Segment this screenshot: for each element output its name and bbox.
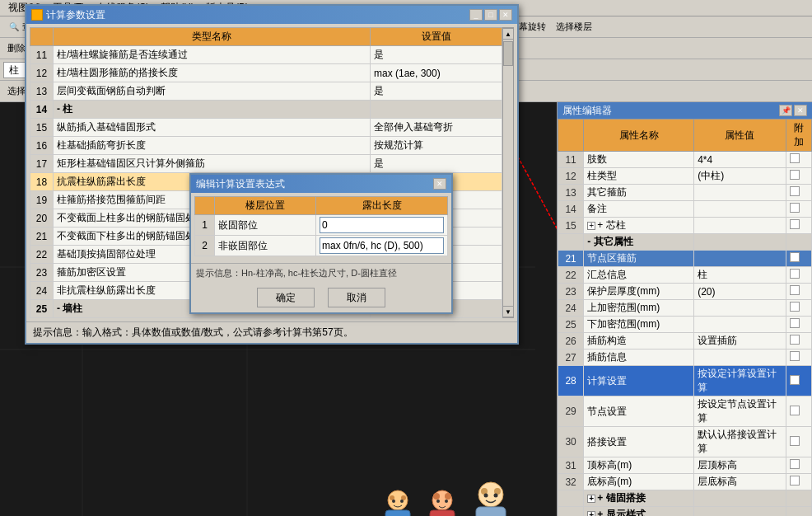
prop-row-extra[interactable] xyxy=(786,168,811,185)
prop-checkbox[interactable] xyxy=(790,375,800,385)
expr-dialog-close[interactable]: ✕ xyxy=(433,178,446,190)
prop-row-extra[interactable] xyxy=(786,234,811,251)
property-row[interactable]: 23保护层厚度(mm)(20) xyxy=(558,284,812,300)
col-num-header xyxy=(558,120,584,152)
panel-pin-btn[interactable]: 📌 xyxy=(779,105,792,116)
svg-point-22 xyxy=(478,482,503,507)
property-row[interactable]: 22汇总信息柱 xyxy=(558,267,812,284)
expr-dialog-buttons: 确定 取消 xyxy=(191,283,451,312)
property-row[interactable]: 11肢数4*4 xyxy=(558,152,812,168)
prop-row-extra[interactable] xyxy=(786,152,811,168)
expr-row[interactable]: 2非嵌固部位 xyxy=(195,236,448,256)
calc-dialog-close[interactable]: ✕ xyxy=(499,9,512,21)
prop-checkbox[interactable] xyxy=(790,351,800,361)
expr-value-input[interactable] xyxy=(320,237,444,254)
prop-checkbox[interactable] xyxy=(790,186,800,196)
property-row[interactable]: ++ 锚固搭接 xyxy=(558,490,812,507)
prop-checkbox[interactable] xyxy=(790,153,800,163)
prop-row-value[interactable]: 按设定计算设置计算 xyxy=(694,366,786,396)
prop-checkbox[interactable] xyxy=(790,459,800,469)
expr-cancel-btn[interactable]: 取消 xyxy=(328,288,385,307)
prop-checkbox[interactable] xyxy=(790,406,800,415)
property-row[interactable]: 21节点区箍筋 xyxy=(558,251,812,267)
prop-row-extra[interactable] xyxy=(786,317,811,333)
prop-checkbox[interactable] xyxy=(790,285,800,295)
property-row[interactable]: 13其它箍筋 xyxy=(558,185,812,201)
svg-rect-11 xyxy=(385,510,410,516)
prop-row-extra[interactable] xyxy=(786,366,811,396)
prop-checkbox[interactable] xyxy=(790,318,800,328)
prop-row-extra[interactable] xyxy=(786,284,811,300)
scrollbar-up[interactable]: ▲ xyxy=(502,28,514,40)
property-row[interactable]: 32底标高(m)层底标高 xyxy=(558,474,812,490)
calc-row[interactable]: 17矩形柱基础锚固区只计算外侧箍筋是 xyxy=(30,155,502,173)
prop-row-extra[interactable] xyxy=(786,267,811,284)
property-row[interactable]: 15++ 芯柱 xyxy=(558,218,812,234)
calc-row-name: 纵筋插入基础锚固形式 xyxy=(54,119,371,137)
property-row[interactable]: 28计算设置按设定计算设置计算 xyxy=(558,366,812,396)
property-row[interactable]: 14备注 xyxy=(558,201,812,218)
prop-checkbox[interactable] xyxy=(790,170,800,180)
expr-ok-btn[interactable]: 确定 xyxy=(257,288,315,307)
expand-icon[interactable]: + xyxy=(587,495,595,503)
prop-checkbox[interactable] xyxy=(790,219,800,229)
prop-row-extra[interactable] xyxy=(786,201,811,218)
calc-scrollbar[interactable]: ▲ ▼ xyxy=(502,27,514,318)
calc-row-num: 15 xyxy=(30,119,54,137)
prop-checkbox[interactable] xyxy=(790,203,800,213)
prop-row-extra[interactable] xyxy=(786,490,811,507)
expr-dialog-titlebar: 编辑计算设置表达式 ✕ xyxy=(191,175,451,193)
property-row[interactable]: 30搭接设置默认认搭接设置计算 xyxy=(558,427,812,457)
property-row[interactable]: - 其它属性 xyxy=(558,234,812,251)
prop-row-extra[interactable] xyxy=(786,427,811,457)
calc-row[interactable]: 11柱/墙柱螺旋箍筋是否连续通过是 xyxy=(30,46,502,64)
property-row[interactable]: 26插筋构造设置插筋 xyxy=(558,333,812,349)
prop-checkbox[interactable] xyxy=(790,335,800,345)
prop-checkbox[interactable] xyxy=(790,269,800,279)
expr-row-value[interactable] xyxy=(316,215,448,236)
expr-dialog[interactable]: 编辑计算设置表达式 ✕ 楼层位置 露出长度 1嵌固部位2非嵌固部位 提示信息：H… xyxy=(189,173,453,314)
prop-checkbox[interactable] xyxy=(790,436,800,446)
calc-dialog-controls: _ □ ✕ xyxy=(469,9,512,21)
prop-checkbox[interactable] xyxy=(790,476,800,486)
property-row[interactable]: ++ 显示样式 xyxy=(558,507,812,517)
expand-icon[interactable]: + xyxy=(587,222,595,230)
calc-dialog-minimize[interactable]: _ xyxy=(469,9,483,21)
prop-row-extra[interactable] xyxy=(786,185,811,201)
expr-row-value[interactable] xyxy=(316,236,448,256)
prop-row-extra[interactable] xyxy=(786,396,811,427)
property-row[interactable]: 24上加密范围(mm) xyxy=(558,300,812,317)
scrollbar-thumb[interactable] xyxy=(503,41,513,66)
prop-row-value xyxy=(694,185,786,201)
calc-row[interactable]: 13层间变截面钢筋自动判断是 xyxy=(30,82,502,101)
prop-row-extra[interactable] xyxy=(786,218,811,234)
property-row[interactable]: 27插筋信息 xyxy=(558,349,812,366)
calc-row[interactable]: 16柱基础插筋弯折长度按规范计算 xyxy=(30,137,502,155)
calc-dialog-maximize[interactable]: □ xyxy=(484,9,497,21)
property-row[interactable]: 12柱类型(中柱) xyxy=(558,168,812,185)
prop-row-extra[interactable] xyxy=(786,333,811,349)
calc-row[interactable]: 15纵筋插入基础锚固形式全部伸入基础弯折 xyxy=(30,119,502,137)
calc-row[interactable]: 12柱/墙柱圆形箍筋的搭接长度max (1ae, 300) xyxy=(30,64,502,82)
prop-row-extra[interactable] xyxy=(786,507,811,517)
prop-row-value: (20) xyxy=(694,284,786,300)
prop-checkbox[interactable] xyxy=(790,302,800,312)
expr-row[interactable]: 1嵌固部位 xyxy=(195,215,448,236)
prop-checkbox[interactable] xyxy=(790,252,800,262)
panel-close-btn[interactable]: ✕ xyxy=(794,105,807,116)
prop-row-extra[interactable] xyxy=(786,474,811,490)
property-row[interactable]: 29节点设置按设定节点设置计算 xyxy=(558,396,812,427)
expr-row-name: 非嵌固部位 xyxy=(215,236,316,256)
prop-row-extra[interactable] xyxy=(786,349,811,366)
prop-row-num xyxy=(558,507,584,517)
prop-row-extra[interactable] xyxy=(786,457,811,474)
prop-row-extra[interactable] xyxy=(786,251,811,267)
expr-value-input[interactable] xyxy=(320,217,444,233)
scrollbar-down[interactable]: ▼ xyxy=(502,306,514,317)
calc-row[interactable]: 14- 柱 xyxy=(30,101,502,119)
select-floor-btn[interactable]: 选择楼层 xyxy=(552,19,596,35)
property-row[interactable]: 31顶标高(m)层顶标高 xyxy=(558,457,812,474)
property-row[interactable]: 25下加密范围(mm) xyxy=(558,317,812,333)
prop-row-extra[interactable] xyxy=(786,300,811,317)
expand-icon[interactable]: + xyxy=(587,511,595,516)
